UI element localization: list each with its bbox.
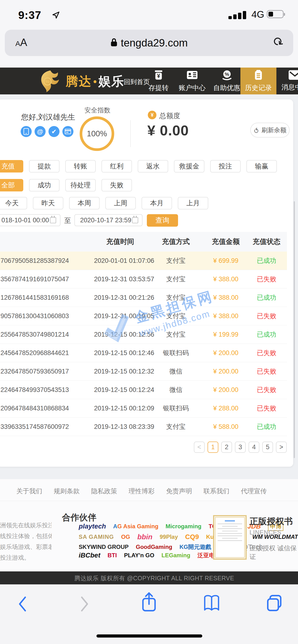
col-deposit-amount: 充值金额 [205, 237, 246, 246]
quick-date-tab[interactable]: 上周 [105, 197, 136, 210]
deposit-method: 微信 [146, 386, 205, 394]
table-row[interactable]: 3567874191691075047 2019-12-31 03:53:57 … [0, 270, 287, 288]
partner-logo: playtech [79, 522, 106, 530]
order-number: 9057861300431060803 [0, 312, 94, 320]
partner-logo: OG [121, 534, 130, 540]
identity-verified-icon[interactable]: ✔ [49, 126, 60, 137]
table-row[interactable]: 3396335174587600972 2019-12-13 08:23:39 … [0, 418, 287, 436]
table-row[interactable]: 2326478507593650917 2019-12-15 00:12:32 … [0, 362, 287, 381]
bankcard-verified-icon[interactable] [62, 126, 73, 137]
quick-date-tab[interactable]: 本月 [141, 197, 172, 210]
nav-item-deposit-transfer[interactable]: ¥ 存提转 [141, 68, 176, 94]
table-row[interactable]: 2456478520968844621 2019-12-15 00:12:46 … [0, 344, 287, 362]
network-type-label: 4G [251, 9, 264, 20]
footer-link[interactable]: 代理宣传 [241, 487, 267, 496]
calendar-icon [132, 217, 138, 223]
forward-button[interactable] [80, 596, 90, 613]
deposit-method: 支付宝 [146, 293, 205, 302]
footer-link[interactable]: 关于我们 [16, 487, 42, 496]
record-type-tabs: 充值提款转账红利返水救援金投注输赢 [0, 160, 277, 172]
record-type-tab[interactable]: 输赢 [246, 160, 277, 172]
brand-logo[interactable]: TD 腾达娱乐 [36, 68, 124, 94]
page-number-button[interactable]: 1 [208, 442, 218, 453]
footer-link[interactable]: 免责声明 [166, 487, 192, 496]
record-status-tab[interactable]: 成功 [29, 179, 60, 192]
safari-url-bar[interactable]: AA tengda29.com ⟳ [5, 30, 293, 56]
record-status-tab[interactable]: 失败 [101, 179, 132, 192]
quick-date-tabs: 今天昨天本周上周本月上月 [0, 197, 208, 210]
page-number-button[interactable]: 2 [221, 442, 232, 453]
quick-date-tab[interactable]: 本周 [69, 197, 100, 210]
record-type-tab[interactable]: 充值 [0, 160, 23, 172]
record-type-tab[interactable]: 转账 [65, 160, 96, 172]
date-from-input[interactable]: 018-10-01 00:00 [0, 214, 60, 226]
page-number-button[interactable]: 4 [249, 442, 259, 453]
page-next-button[interactable]: > [276, 442, 287, 453]
deposit-method: 支付宝 [146, 312, 205, 320]
deposit-time: 2019-12-31 00:21:26 [94, 294, 146, 302]
footer-link[interactable]: 联系我们 [203, 487, 229, 496]
record-status-tab[interactable]: 全部 [0, 179, 23, 192]
record-type-tab[interactable]: 提款 [29, 160, 60, 172]
record-type-tab[interactable]: 投注 [210, 160, 241, 172]
footer-links: 关于我们规则条款隐私政策理性博彩免责声明联系我们代理宣传 [16, 487, 267, 496]
email-verified-icon[interactable]: @ [35, 126, 46, 137]
brand-name-gold: 腾达 [66, 74, 92, 88]
scrollbar-thumb[interactable] [294, 201, 295, 458]
record-status-tab[interactable]: 待处理 [65, 179, 96, 192]
order-number: 7067950581285387924 [0, 257, 94, 264]
deposit-transfer-icon: ¥ [153, 70, 164, 82]
table-row[interactable]: 7067950581285387924 2020-01-01 01:07:06 … [0, 252, 287, 270]
record-type-tab[interactable]: 返水 [138, 160, 168, 172]
record-type-tab[interactable]: 救援金 [174, 160, 204, 172]
deposit-status: 已失败 [246, 275, 287, 284]
bookmarks-button[interactable] [203, 594, 221, 613]
table-row[interactable]: 2096478484310868834 2019-12-15 00:12:09 … [0, 399, 287, 418]
user-greeting: 您好,刘汉雄先生 [21, 112, 75, 122]
deposit-time: 2019-12-15 00:12:09 [94, 405, 146, 412]
table-row[interactable]: 2246478499370543513 2019-12-15 00:12:24 … [0, 381, 287, 399]
nav-item-account-center[interactable]: 账户中心 [175, 68, 210, 94]
page-number-button[interactable]: 3 [235, 442, 246, 453]
partner-logo: iBCbet [79, 552, 100, 559]
search-button[interactable]: 查询 [147, 214, 178, 227]
nav-item-promotions[interactable]: % 自助优惠 [209, 68, 244, 94]
coin-icon: ¥ [148, 111, 157, 119]
refresh-icon: ⟲ [252, 127, 260, 133]
total-balance-value: ¥ 0.00 [147, 122, 189, 139]
deposit-time: 2019-12-15 00:12:24 [94, 386, 146, 394]
about-line: 娱乐场游戏、彩票老虎机游 [0, 542, 52, 552]
date-to-input[interactable]: 2020-10-17 23:59 [74, 214, 142, 226]
order-number: 2456478520968844621 [0, 349, 94, 357]
url-domain[interactable]: tengda29.com [121, 37, 188, 49]
nav-item-history[interactable]: 历史记录 [240, 68, 276, 94]
vertical-divider [130, 120, 131, 147]
deposit-status: 已成功 [246, 422, 287, 431]
nav-item-message-center[interactable]: 消息中心 [277, 68, 298, 94]
page-number-button[interactable]: 5 [262, 442, 273, 453]
deposit-status: 已成功 [246, 256, 287, 265]
deposit-amount: ¥ 200.00 [205, 386, 246, 394]
table-row[interactable]: 1267861441583169168 2019-12-31 00:21:26 … [0, 288, 287, 307]
quick-date-tab[interactable]: 今天 [0, 197, 27, 210]
table-row[interactable]: 9057861300431060803 2019-12-31 00:19:05 … [0, 307, 287, 325]
back-button[interactable] [17, 596, 27, 613]
share-button[interactable] [140, 591, 158, 614]
svg-text:¥: ¥ [157, 73, 160, 79]
footer-link[interactable]: 规则条款 [54, 487, 80, 496]
svg-text:TD: TD [45, 80, 49, 84]
home-indicator[interactable] [96, 634, 202, 638]
footer-link[interactable]: 理性博彩 [129, 487, 155, 496]
tabs-button[interactable] [265, 594, 284, 613]
phone-verified-icon[interactable] [21, 126, 32, 137]
partner-logos-row4: iBCbetBTIPLAY'n GOLEGaming泛亚电竞 [79, 552, 221, 559]
partner-logo: SKYWIND GROUP [79, 544, 129, 550]
refresh-balance-button[interactable]: ⟲ 刷新余额 [250, 123, 289, 138]
page-prev-button[interactable]: < [194, 442, 205, 453]
quick-date-tab[interactable]: 昨天 [33, 197, 63, 210]
quick-date-tab[interactable]: 上月 [178, 197, 208, 210]
table-row[interactable]: 2556478530749801214 2019-12-15 00:12:56 … [0, 325, 287, 344]
record-type-tab[interactable]: 红利 [101, 160, 132, 172]
footer-link[interactable]: 隐私政策 [91, 487, 117, 496]
deposit-method: 微信 [146, 367, 205, 376]
